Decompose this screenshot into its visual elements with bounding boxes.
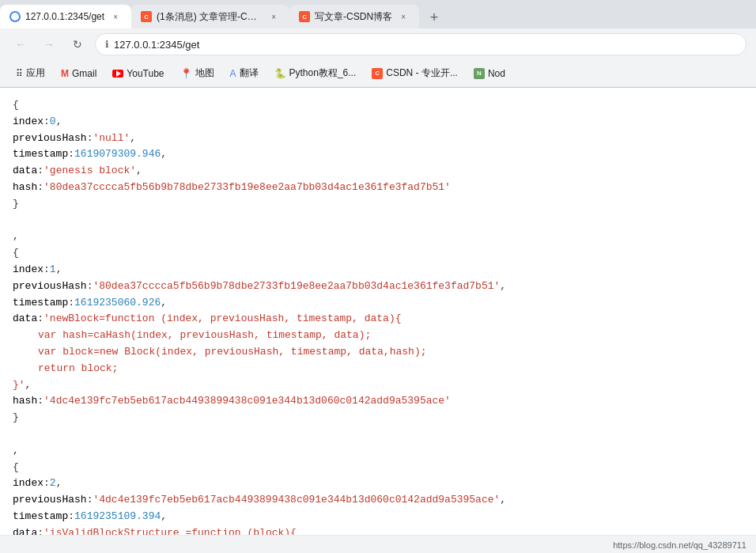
bookmark-node-label: Nod xyxy=(488,68,505,79)
json-block-1: { index:1, previousHash:'80dea37cccca5fb… xyxy=(13,245,743,426)
field-0-index: index:0, xyxy=(13,116,62,127)
field-1-data-line3: var block=new Block(index, previousHash,… xyxy=(13,346,426,358)
bookmark-translate[interactable]: A 翻译 xyxy=(224,63,265,83)
field-1-data-line4: return block; xyxy=(13,362,118,374)
youtube-icon xyxy=(112,70,123,78)
tab-3-title: 写文章-CSDN博客 xyxy=(315,10,392,24)
block-0-close: } xyxy=(13,198,19,210)
field-2-index: index:2, xyxy=(13,477,62,489)
bookmark-maps[interactable]: 📍 地图 xyxy=(174,63,221,83)
apps-icon: ⠿ xyxy=(16,68,23,79)
bookmark-translate-label: 翻译 xyxy=(240,66,259,80)
field-1-ts: timestamp:1619235060.926, xyxy=(13,297,167,309)
tab-3-close[interactable]: × xyxy=(397,10,410,23)
field-1-hash: hash:'4dc4e139fc7eb5eb617acb4493899438c0… xyxy=(13,395,451,407)
field-1-index: index:1, xyxy=(13,263,62,275)
tab-2-favicon: C xyxy=(141,11,152,22)
bookmark-python-label: Python教程_6... xyxy=(289,66,357,80)
gmail-icon: M xyxy=(61,68,69,79)
field-1-data: data:'newBlock=function (index, previous… xyxy=(13,312,402,324)
tab-2[interactable]: C (1条消息) 文章管理-CSDN × xyxy=(131,5,289,28)
status-bar: https://blog.csdn.net/qq_43289711 xyxy=(0,535,756,553)
translate-icon: A xyxy=(230,68,236,79)
csdn1-icon: C xyxy=(372,68,383,79)
tab-3-favicon: C xyxy=(299,11,310,22)
json-block-2: { index:2, previousHash:'4dc4e139fc7eb5e… xyxy=(13,460,743,535)
maps-icon: 📍 xyxy=(180,68,192,79)
url-bar[interactable]: ℹ 127.0.0.1:2345/get xyxy=(95,33,747,55)
node-icon: N xyxy=(474,68,485,79)
new-tab-button[interactable]: + xyxy=(422,6,446,28)
tab-2-close[interactable]: × xyxy=(267,10,280,23)
bookmark-python[interactable]: 🐍 Python教程_6... xyxy=(268,63,363,83)
status-url: https://blog.csdn.net/qq_43289711 xyxy=(613,540,747,550)
bookmark-apps[interactable]: ⠿ 应用 xyxy=(9,63,51,83)
url-text: 127.0.0.1:2345/get xyxy=(114,39,199,51)
bookmark-gmail-label: Gmail xyxy=(72,68,96,79)
field-1-prevhash: previousHash:'80dea37cccca5fb56b9b78dbe2… xyxy=(13,280,506,292)
field-1-data-end: }', xyxy=(13,379,31,391)
tab-1[interactable]: 127.0.0.1:2345/get × xyxy=(0,5,131,28)
block-1-open: { xyxy=(13,247,19,259)
url-security-icon: ℹ xyxy=(105,39,109,50)
tab-2-title: (1条消息) 文章管理-CSDN xyxy=(157,10,263,24)
separator-comma-1: , xyxy=(13,445,19,456)
separator-comma-0: , xyxy=(13,230,19,242)
bookmark-node[interactable]: N Nod xyxy=(467,65,512,82)
field-2-prevhash: previousHash:'4dc4e139fc7eb5eb617acb4493… xyxy=(13,494,506,506)
field-0-prevhash: previousHash:'null', xyxy=(13,132,136,144)
tab-1-title: 127.0.0.1:2345/get xyxy=(25,11,104,22)
block-2-open: { xyxy=(13,461,19,473)
block-1-close: } xyxy=(13,411,19,423)
bookmark-youtube[interactable]: YouTube xyxy=(106,65,170,82)
python-icon: 🐍 xyxy=(274,68,286,79)
back-button[interactable]: ← xyxy=(9,33,32,55)
field-1-data-line2: var hash=caHash(index, previousHash, tim… xyxy=(13,329,371,341)
bookmark-csdn1[interactable]: C CSDN - 专业开... xyxy=(365,63,464,83)
tab-1-favicon xyxy=(9,11,21,22)
address-bar: ← → ↻ ℹ 127.0.0.1:2345/get xyxy=(0,28,756,60)
bookmark-gmail[interactable]: M Gmail xyxy=(55,65,103,82)
bookmarks-bar: ⠿ 应用 M Gmail YouTube 📍 地图 A 翻译 🐍 Python教… xyxy=(0,60,756,87)
forward-button[interactable]: → xyxy=(38,33,60,55)
tab-1-close[interactable]: × xyxy=(109,10,122,23)
field-0-ts: timestamp:1619079309.946, xyxy=(13,148,167,160)
browser-chrome: 127.0.0.1:2345/get × C (1条消息) 文章管理-CSDN … xyxy=(0,0,756,88)
field-2-data: data:'isValidBlockStructure =function (b… xyxy=(13,527,297,535)
json-block-0: { index:0, previousHash:'null', timestam… xyxy=(13,97,743,213)
field-0-hash: hash:'80dea37cccca5fb56b9b78dbe2733fb19e… xyxy=(13,181,451,193)
tab-bar: 127.0.0.1:2345/get × C (1条消息) 文章管理-CSDN … xyxy=(0,0,756,28)
field-2-ts: timestamp:1619235109.394, xyxy=(13,510,167,522)
bookmark-youtube-label: YouTube xyxy=(127,68,164,79)
page-content: { index:0, previousHash:'null', timestam… xyxy=(0,88,756,535)
bookmark-csdn1-label: CSDN - 专业开... xyxy=(386,66,458,80)
bookmark-apps-label: 应用 xyxy=(26,66,45,80)
field-0-data: data:'genesis block', xyxy=(13,165,142,176)
bookmark-maps-label: 地图 xyxy=(195,66,214,80)
reload-button[interactable]: ↻ xyxy=(66,33,89,55)
tab-3[interactable]: C 写文章-CSDN博客 × xyxy=(289,5,419,28)
block-0-open: { xyxy=(13,99,19,111)
